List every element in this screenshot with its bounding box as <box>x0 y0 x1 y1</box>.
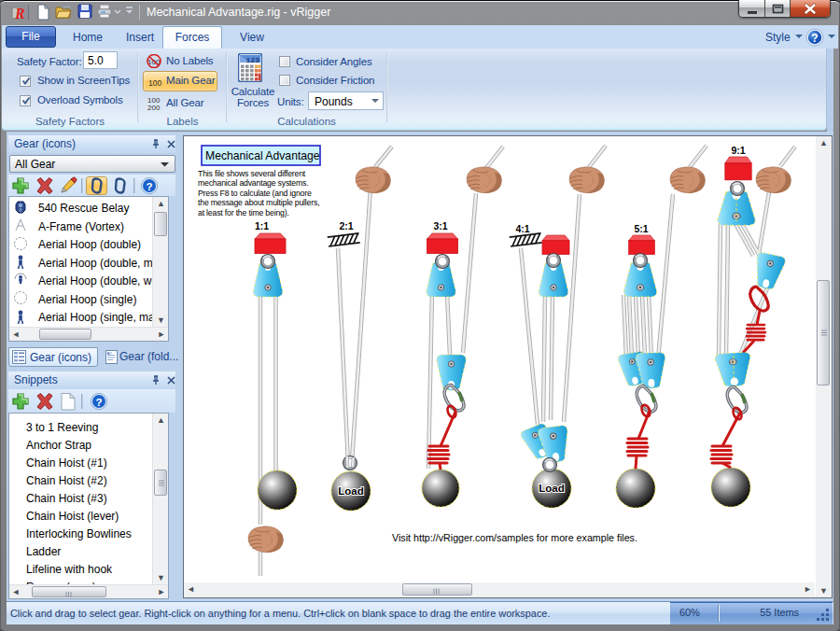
svg-text:mechanical advantage systems.: mechanical advantage systems. <box>198 178 308 188</box>
svg-text:Press F8 to calculate (and ign: Press F8 to calculate (and ignore <box>198 189 312 198</box>
svg-text:?: ? <box>146 181 152 192</box>
svg-text:3:1: 3:1 <box>433 220 447 231</box>
svg-text:9:1: 9:1 <box>731 145 745 156</box>
svg-text:Load: Load <box>539 483 564 494</box>
svg-text:Visit http://vRigger.com/sampl: Visit http://vRigger.com/samples for mor… <box>392 532 637 543</box>
svg-text:R: R <box>14 6 25 21</box>
svg-text:the message about multiple pul: the message about multiple pullers, <box>198 198 319 207</box>
svg-text:?: ? <box>811 32 818 45</box>
svg-text:?: ? <box>95 397 102 408</box>
svg-text:2:1: 2:1 <box>339 220 353 231</box>
svg-text:123: 123 <box>246 56 260 64</box>
svg-text:100: 100 <box>148 78 161 87</box>
svg-text:Mechanical Advantage: Mechanical Advantage <box>205 149 320 162</box>
svg-text:1:1: 1:1 <box>255 220 269 231</box>
svg-text:200: 200 <box>147 104 161 111</box>
svg-text:This file shows several differ: This file shows several different <box>198 169 306 178</box>
svg-text:at least for the time being).: at least for the time being). <box>198 208 289 217</box>
svg-text:Load: Load <box>338 485 363 497</box>
svg-text:5:1: 5:1 <box>634 223 648 234</box>
svg-text:4:1: 4:1 <box>515 223 529 234</box>
